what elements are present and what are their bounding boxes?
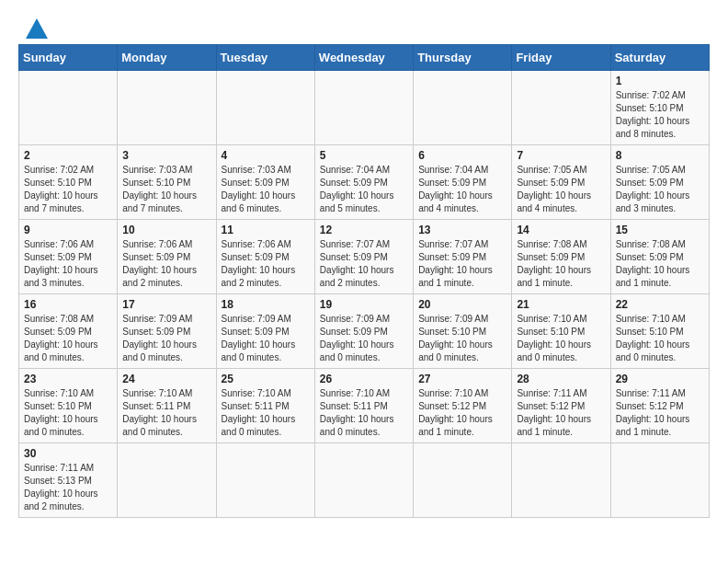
day-info: Sunrise: 7:05 AM Sunset: 5:09 PM Dayligh…: [616, 164, 704, 215]
calendar-cell: 23Sunrise: 7:10 AM Sunset: 5:10 PM Dayli…: [19, 369, 118, 443]
weekday-header-monday: Monday: [118, 45, 216, 71]
calendar-cell: 20Sunrise: 7:09 AM Sunset: 5:10 PM Dayli…: [414, 294, 512, 369]
calendar-week-row: 1Sunrise: 7:02 AM Sunset: 5:10 PM Daylig…: [19, 71, 710, 145]
day-info: Sunrise: 7:10 AM Sunset: 5:11 PM Dayligh…: [122, 387, 210, 439]
calendar-cell: [118, 443, 216, 518]
day-number: 11: [222, 224, 310, 236]
calendar-week-row: 9Sunrise: 7:06 AM Sunset: 5:09 PM Daylig…: [19, 220, 710, 294]
calendar-cell: [216, 71, 314, 145]
day-number: 19: [320, 298, 408, 311]
day-number: 12: [320, 224, 408, 236]
day-info: Sunrise: 7:03 AM Sunset: 5:09 PM Dayligh…: [222, 164, 310, 215]
calendar-cell: 5Sunrise: 7:04 AM Sunset: 5:09 PM Daylig…: [314, 145, 413, 220]
calendar-week-row: 30Sunrise: 7:11 AM Sunset: 5:13 PM Dayli…: [19, 443, 710, 518]
day-number: 22: [616, 298, 704, 311]
day-number: 30: [24, 447, 112, 460]
day-info: Sunrise: 7:06 AM Sunset: 5:09 PM Dayligh…: [222, 238, 310, 290]
calendar-cell: [414, 71, 512, 145]
day-info: Sunrise: 7:08 AM Sunset: 5:09 PM Dayligh…: [616, 238, 704, 290]
day-number: 5: [320, 149, 408, 162]
weekday-header-wednesday: Wednesday: [314, 45, 413, 71]
calendar-cell: [512, 71, 610, 145]
day-info: Sunrise: 7:11 AM Sunset: 5:12 PM Dayligh…: [616, 387, 704, 439]
day-info: Sunrise: 7:08 AM Sunset: 5:09 PM Dayligh…: [517, 238, 605, 290]
day-info: Sunrise: 7:09 AM Sunset: 5:09 PM Dayligh…: [320, 313, 408, 364]
calendar-cell: 6Sunrise: 7:04 AM Sunset: 5:09 PM Daylig…: [414, 145, 512, 220]
day-info: Sunrise: 7:03 AM Sunset: 5:10 PM Dayligh…: [122, 164, 210, 215]
weekday-header-friday: Friday: [512, 45, 610, 71]
calendar-cell: 16Sunrise: 7:08 AM Sunset: 5:09 PM Dayli…: [19, 294, 118, 369]
calendar-cell: 29Sunrise: 7:11 AM Sunset: 5:12 PM Dayli…: [610, 369, 709, 443]
day-number: 27: [418, 373, 506, 385]
calendar-cell: 11Sunrise: 7:06 AM Sunset: 5:09 PM Dayli…: [216, 220, 314, 294]
day-number: 9: [24, 224, 112, 236]
day-number: 26: [320, 373, 408, 385]
day-info: Sunrise: 7:10 AM Sunset: 5:12 PM Dayligh…: [418, 387, 506, 439]
day-number: 3: [122, 149, 210, 162]
calendar-cell: 28Sunrise: 7:11 AM Sunset: 5:12 PM Dayli…: [512, 369, 610, 443]
logo-triangle-icon: [26, 18, 48, 39]
day-number: 25: [222, 373, 310, 385]
day-number: 6: [418, 149, 506, 162]
calendar-cell: 15Sunrise: 7:08 AM Sunset: 5:09 PM Dayli…: [610, 220, 709, 294]
day-number: 24: [122, 373, 210, 385]
day-number: 4: [222, 149, 310, 162]
weekday-header-tuesday: Tuesday: [216, 45, 314, 71]
day-info: Sunrise: 7:09 AM Sunset: 5:09 PM Dayligh…: [222, 313, 310, 364]
day-info: Sunrise: 7:06 AM Sunset: 5:09 PM Dayligh…: [24, 238, 112, 290]
day-number: 13: [418, 224, 506, 236]
calendar-cell: 10Sunrise: 7:06 AM Sunset: 5:09 PM Dayli…: [118, 220, 216, 294]
calendar-cell: 18Sunrise: 7:09 AM Sunset: 5:09 PM Dayli…: [216, 294, 314, 369]
day-info: Sunrise: 7:11 AM Sunset: 5:12 PM Dayligh…: [517, 387, 605, 439]
day-number: 10: [122, 224, 210, 236]
calendar-cell: 1Sunrise: 7:02 AM Sunset: 5:10 PM Daylig…: [610, 71, 709, 145]
calendar-week-row: 16Sunrise: 7:08 AM Sunset: 5:09 PM Dayli…: [19, 294, 710, 369]
calendar-cell: 27Sunrise: 7:10 AM Sunset: 5:12 PM Dayli…: [414, 369, 512, 443]
calendar-cell: 25Sunrise: 7:10 AM Sunset: 5:11 PM Dayli…: [216, 369, 314, 443]
day-info: Sunrise: 7:04 AM Sunset: 5:09 PM Dayligh…: [320, 164, 408, 215]
calendar-cell: [610, 443, 709, 518]
day-number: 28: [517, 373, 605, 385]
calendar-cell: 13Sunrise: 7:07 AM Sunset: 5:09 PM Dayli…: [414, 220, 512, 294]
calendar-cell: 7Sunrise: 7:05 AM Sunset: 5:09 PM Daylig…: [512, 145, 610, 220]
day-number: 20: [418, 298, 506, 311]
day-info: Sunrise: 7:10 AM Sunset: 5:10 PM Dayligh…: [616, 313, 704, 364]
calendar-cell: [216, 443, 314, 518]
day-number: 17: [122, 298, 210, 311]
calendar-cell: 19Sunrise: 7:09 AM Sunset: 5:09 PM Dayli…: [314, 294, 413, 369]
day-number: 15: [616, 224, 704, 236]
day-info: Sunrise: 7:09 AM Sunset: 5:10 PM Dayligh…: [418, 313, 506, 364]
weekday-header-sunday: Sunday: [19, 45, 118, 71]
calendar-cell: 30Sunrise: 7:11 AM Sunset: 5:13 PM Dayli…: [19, 443, 118, 518]
calendar-cell: 4Sunrise: 7:03 AM Sunset: 5:09 PM Daylig…: [216, 145, 314, 220]
day-info: Sunrise: 7:11 AM Sunset: 5:13 PM Dayligh…: [24, 462, 112, 513]
day-number: 18: [222, 298, 310, 311]
day-number: 7: [517, 149, 605, 162]
day-number: 2: [24, 149, 112, 162]
day-number: 21: [517, 298, 605, 311]
day-info: Sunrise: 7:02 AM Sunset: 5:10 PM Dayligh…: [24, 164, 112, 215]
day-info: Sunrise: 7:07 AM Sunset: 5:09 PM Dayligh…: [320, 238, 408, 290]
day-number: 14: [517, 224, 605, 236]
calendar-cell: 2Sunrise: 7:02 AM Sunset: 5:10 PM Daylig…: [19, 145, 118, 220]
weekday-header-row: SundayMondayTuesdayWednesdayThursdayFrid…: [19, 45, 710, 71]
calendar-cell: 22Sunrise: 7:10 AM Sunset: 5:10 PM Dayli…: [610, 294, 709, 369]
day-info: Sunrise: 7:07 AM Sunset: 5:09 PM Dayligh…: [418, 238, 506, 290]
day-number: 1: [616, 75, 704, 87]
day-info: Sunrise: 7:10 AM Sunset: 5:11 PM Dayligh…: [320, 387, 408, 439]
day-info: Sunrise: 7:05 AM Sunset: 5:09 PM Dayligh…: [517, 164, 605, 215]
day-info: Sunrise: 7:04 AM Sunset: 5:09 PM Dayligh…: [418, 164, 506, 215]
calendar-cell: [314, 443, 413, 518]
calendar-week-row: 2Sunrise: 7:02 AM Sunset: 5:10 PM Daylig…: [19, 145, 710, 220]
calendar-cell: 12Sunrise: 7:07 AM Sunset: 5:09 PM Dayli…: [314, 220, 413, 294]
calendar-cell: 3Sunrise: 7:03 AM Sunset: 5:10 PM Daylig…: [118, 145, 216, 220]
calendar-cell: [19, 71, 118, 145]
weekday-header-saturday: Saturday: [610, 45, 709, 71]
calendar-table: SundayMondayTuesdayWednesdayThursdayFrid…: [18, 44, 710, 518]
header: [18, 15, 710, 39]
day-info: Sunrise: 7:08 AM Sunset: 5:09 PM Dayligh…: [24, 313, 112, 364]
logo: [18, 15, 48, 39]
day-number: 16: [24, 298, 112, 311]
day-number: 29: [616, 373, 704, 385]
day-info: Sunrise: 7:09 AM Sunset: 5:09 PM Dayligh…: [122, 313, 210, 364]
